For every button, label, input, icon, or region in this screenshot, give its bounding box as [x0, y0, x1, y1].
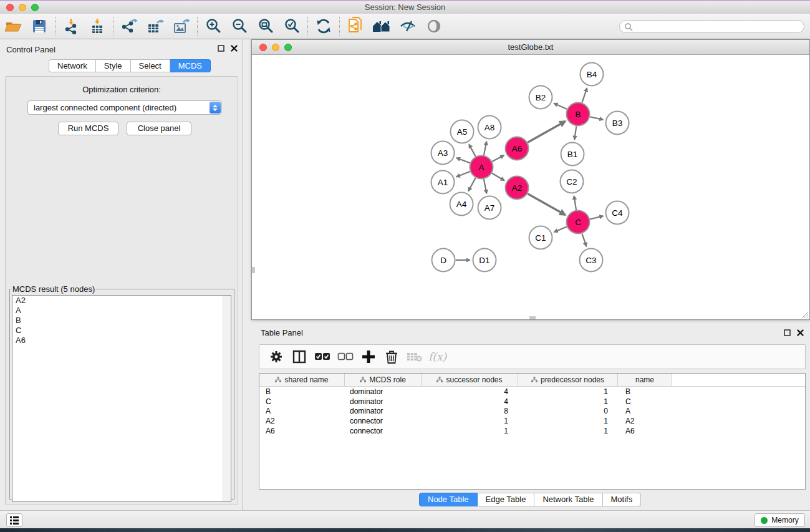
node-B4[interactable]: B4 [581, 63, 604, 86]
select-all-columns-icon[interactable] [311, 346, 334, 368]
refresh-icon[interactable] [311, 14, 337, 38]
column-header-MCDS-role[interactable]: MCDS role [345, 374, 422, 386]
edge-C-C4[interactable] [590, 216, 603, 219]
node-B2[interactable]: B2 [529, 86, 552, 109]
node-C2[interactable]: C2 [561, 170, 584, 193]
birds-eye-icon[interactable] [421, 14, 447, 38]
cell-name[interactable]: C [618, 397, 672, 407]
node-A5[interactable]: A5 [451, 120, 474, 143]
node-table-body[interactable]: Bdominator41BCdominator41CAdominator80AA… [259, 387, 805, 435]
node-A8[interactable]: A8 [478, 116, 501, 139]
node-A1[interactable]: A1 [432, 171, 455, 194]
table-row[interactable]: Bdominator41B [259, 387, 805, 397]
vertical-scroll-nub[interactable] [252, 267, 255, 273]
edge-A-A5[interactable] [469, 145, 475, 157]
result-list-item[interactable]: A6 [12, 336, 231, 346]
zoom-selected-icon[interactable] [279, 14, 305, 38]
export-image-icon[interactable] [168, 14, 195, 38]
node-C4[interactable]: C4 [606, 201, 629, 225]
column-header-name[interactable]: name [618, 374, 672, 386]
edge-A6-B[interactable] [528, 122, 566, 143]
import-network-icon[interactable] [58, 14, 84, 38]
result-list-item[interactable]: B [12, 316, 231, 326]
network-graph[interactable]: B4B2BB3A8A5A6A3B1AA1C2A2A4A7C4CC1C3DD1 [252, 55, 809, 319]
cell-shared-name[interactable]: A6 [259, 426, 345, 436]
node-A6[interactable]: A6 [506, 137, 529, 160]
node-C[interactable]: C [567, 211, 590, 234]
edge-A-A8[interactable] [484, 142, 486, 155]
node-B3[interactable]: B3 [606, 112, 629, 135]
edge-A-A4[interactable] [468, 178, 475, 191]
node-A[interactable]: A [470, 156, 493, 179]
deselect-all-columns-icon[interactable] [334, 346, 357, 368]
tab-network-table[interactable]: Network Table [534, 493, 602, 506]
tab-motifs[interactable]: Motifs [603, 493, 642, 506]
save-session-icon[interactable] [26, 14, 52, 38]
cell-predecessor-nodes[interactable]: 1 [518, 426, 618, 436]
result-list-scrollbar[interactable] [223, 296, 231, 501]
close-table-panel-icon[interactable] [797, 329, 804, 336]
cell-name[interactable]: B [618, 387, 672, 397]
zoom-in-icon[interactable] [200, 14, 226, 38]
edge-B-B4[interactable] [582, 88, 587, 102]
column-header-successor-nodes[interactable]: successor nodes [422, 374, 518, 386]
float-panel-icon[interactable] [218, 45, 224, 52]
edge-A-A7[interactable] [484, 179, 487, 193]
tab-select[interactable]: Select [131, 59, 170, 72]
zoom-out-icon[interactable] [226, 14, 253, 38]
cell-MCDS-role[interactable]: connector [345, 416, 422, 426]
node-A4[interactable]: A4 [450, 193, 473, 216]
cell-successor-nodes[interactable]: 8 [422, 406, 518, 416]
node-D1[interactable]: D1 [473, 249, 496, 272]
cell-shared-name[interactable]: B [259, 387, 345, 397]
tab-edge-table[interactable]: Edge Table [478, 493, 535, 506]
minimize-window-button[interactable] [19, 4, 26, 11]
result-list-item[interactable]: C [12, 326, 231, 336]
node-C1[interactable]: C1 [529, 226, 552, 249]
clone-network-icon[interactable] [342, 14, 369, 38]
zoom-fit-icon[interactable] [253, 14, 279, 38]
cell-predecessor-nodes[interactable]: 1 [518, 397, 618, 407]
import-table-icon[interactable] [84, 14, 110, 38]
column-layout-icon[interactable] [287, 346, 311, 368]
tab-style[interactable]: Style [96, 59, 131, 72]
node-A2[interactable]: A2 [506, 177, 529, 200]
node-D[interactable]: D [432, 249, 455, 272]
close-window-button[interactable] [6, 4, 14, 11]
node-B[interactable]: B [567, 103, 590, 126]
window-controls[interactable] [6, 4, 39, 11]
cell-name[interactable]: A6 [618, 426, 672, 436]
home-panels-icon[interactable] [369, 14, 395, 38]
cell-name[interactable]: A2 [618, 416, 672, 426]
open-folder-icon[interactable] [0, 14, 26, 38]
edge-A-A6[interactable] [492, 155, 504, 162]
column-header-shared-name[interactable]: shared name [259, 374, 345, 386]
table-settings-gear-icon[interactable] [264, 346, 287, 368]
memory-button[interactable]: Memory [755, 513, 805, 527]
node-A3[interactable]: A3 [432, 142, 455, 165]
run-mcds-button[interactable]: Run MCDS [58, 122, 118, 135]
cell-shared-name[interactable]: C [259, 397, 345, 407]
function-builder-icon[interactable]: f(x) [428, 351, 446, 363]
table-row[interactable]: A6connector11A6 [259, 426, 805, 436]
cell-successor-nodes[interactable]: 4 [422, 387, 518, 397]
export-table-icon[interactable] [142, 14, 168, 38]
close-panel-icon[interactable] [231, 45, 238, 52]
tab-node-table[interactable]: Node Table [419, 493, 478, 506]
close-network-button[interactable] [259, 44, 267, 51]
horizontal-scroll-nub[interactable] [529, 316, 536, 319]
delete-column-trash-icon[interactable] [380, 346, 403, 368]
edge-A2-C[interactable] [528, 194, 566, 215]
cell-MCDS-role[interactable]: dominator [345, 397, 422, 407]
cell-successor-nodes[interactable]: 1 [422, 416, 518, 426]
cell-shared-name[interactable]: A [259, 406, 345, 416]
cell-MCDS-role[interactable]: dominator [345, 406, 422, 416]
node-A7[interactable]: A7 [478, 196, 501, 220]
task-history-button[interactable] [6, 513, 22, 527]
column-header-predecessor-nodes[interactable]: predecessor nodes [518, 374, 618, 386]
node-table[interactable]: shared nameMCDS rolesuccessor nodesprede… [259, 373, 806, 490]
export-network-icon[interactable] [116, 14, 142, 38]
table-row[interactable]: Cdominator41C [259, 397, 805, 407]
network-canvas[interactable]: B4B2BB3A8A5A6A3B1AA1C2A2A4A7C4CC1C3DD1 [252, 55, 809, 319]
float-table-panel-icon[interactable] [784, 329, 791, 336]
